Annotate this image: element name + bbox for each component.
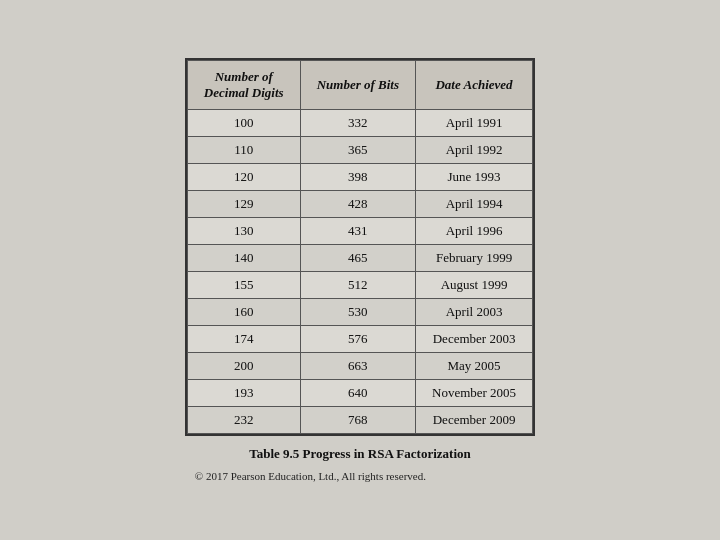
table-row: 110365April 1992: [187, 137, 532, 164]
cell-date: April 1991: [416, 110, 533, 137]
cell-bits: 428: [300, 191, 415, 218]
cell-decimal: 174: [187, 326, 300, 353]
cell-bits: 398: [300, 164, 415, 191]
cell-date: February 1999: [416, 245, 533, 272]
cell-date: May 2005: [416, 353, 533, 380]
table-row: 200663May 2005: [187, 353, 532, 380]
cell-decimal: 193: [187, 380, 300, 407]
table-row: 174576December 2003: [187, 326, 532, 353]
table-row: 155512August 1999: [187, 272, 532, 299]
cell-decimal: 155: [187, 272, 300, 299]
cell-decimal: 232: [187, 407, 300, 434]
cell-bits: 431: [300, 218, 415, 245]
table-row: 120398June 1993: [187, 164, 532, 191]
cell-date: June 1993: [416, 164, 533, 191]
table-caption: Table 9.5 Progress in RSA Factorization: [249, 446, 470, 462]
cell-decimal: 140: [187, 245, 300, 272]
cell-bits: 332: [300, 110, 415, 137]
table-row: 129428April 1994: [187, 191, 532, 218]
cell-date: April 1996: [416, 218, 533, 245]
cell-bits: 512: [300, 272, 415, 299]
cell-bits: 365: [300, 137, 415, 164]
table-row: 160530April 2003: [187, 299, 532, 326]
cell-decimal: 120: [187, 164, 300, 191]
cell-decimal: 110: [187, 137, 300, 164]
cell-bits: 768: [300, 407, 415, 434]
table-row: 130431April 1996: [187, 218, 532, 245]
cell-decimal: 130: [187, 218, 300, 245]
cell-date: April 1994: [416, 191, 533, 218]
cell-date: August 1999: [416, 272, 533, 299]
table-row: 232768December 2009: [187, 407, 532, 434]
table-header-row: Number ofDecimal Digits Number of Bits D…: [187, 61, 532, 110]
rsa-table: Number ofDecimal Digits Number of Bits D…: [187, 60, 533, 434]
cell-bits: 465: [300, 245, 415, 272]
cell-decimal: 100: [187, 110, 300, 137]
header-decimal-digits: Number ofDecimal Digits: [187, 61, 300, 110]
header-bits: Number of Bits: [300, 61, 415, 110]
copyright-notice: © 2017 Pearson Education, Ltd., All righ…: [185, 470, 535, 482]
cell-bits: 663: [300, 353, 415, 380]
cell-date: December 2003: [416, 326, 533, 353]
cell-decimal: 200: [187, 353, 300, 380]
table-row: 140465February 1999: [187, 245, 532, 272]
cell-date: December 2009: [416, 407, 533, 434]
table-wrapper: Number ofDecimal Digits Number of Bits D…: [185, 58, 535, 436]
page-container: Number ofDecimal Digits Number of Bits D…: [165, 38, 555, 502]
header-date: Date Achieved: [416, 61, 533, 110]
table-row: 193640November 2005: [187, 380, 532, 407]
cell-date: April 1992: [416, 137, 533, 164]
cell-bits: 530: [300, 299, 415, 326]
cell-date: April 2003: [416, 299, 533, 326]
cell-decimal: 129: [187, 191, 300, 218]
cell-decimal: 160: [187, 299, 300, 326]
cell-date: November 2005: [416, 380, 533, 407]
cell-bits: 576: [300, 326, 415, 353]
table-row: 100332April 1991: [187, 110, 532, 137]
cell-bits: 640: [300, 380, 415, 407]
